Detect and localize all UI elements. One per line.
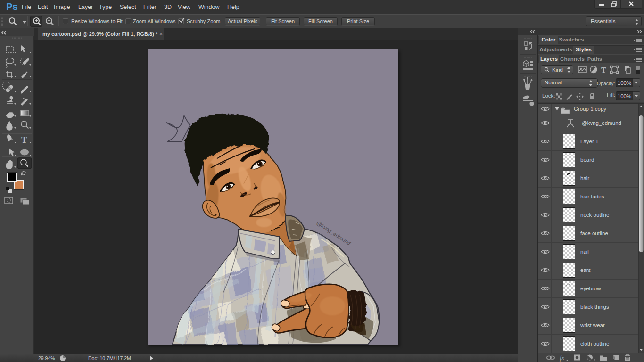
svg-text:T: T — [21, 135, 27, 145]
svg-text:Kind: Kind — [552, 67, 563, 73]
svg-text:fx: fx — [560, 354, 565, 362]
svg-text:T: T — [601, 66, 606, 74]
